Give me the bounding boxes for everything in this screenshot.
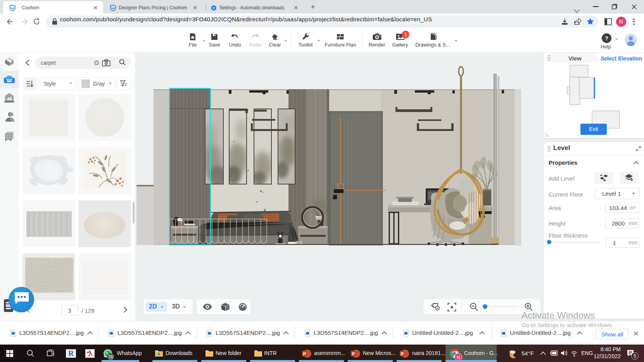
svg-text:P: P (352, 352, 355, 356)
svg-text:P: P (401, 352, 404, 356)
svg-text:P: P (303, 352, 306, 356)
